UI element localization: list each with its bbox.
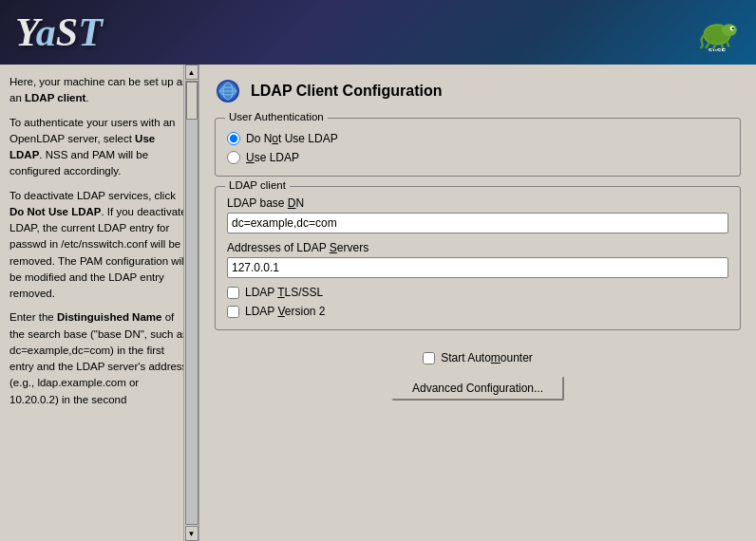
sidebar: Here, your machine can be set up as an L… bbox=[0, 65, 199, 541]
radio-use-ldap-label: Use LDAP bbox=[246, 151, 299, 164]
radio-no-ldap-input[interactable] bbox=[227, 132, 240, 145]
svg-point-2 bbox=[722, 24, 737, 36]
base-dn-row: LDAP base DN bbox=[227, 196, 728, 233]
scroll-track bbox=[185, 81, 198, 525]
right-panel: LDAP Client Configuration User Authentic… bbox=[199, 65, 756, 541]
automounter-row: Start Automounter bbox=[215, 345, 741, 364]
base-dn-label: LDAP base DN bbox=[227, 196, 728, 210]
ldap-icon bbox=[215, 78, 241, 104]
servers-row: Addresses of LDAP Servers bbox=[227, 241, 728, 278]
yast-logo: YaST bbox=[15, 9, 103, 55]
v2-checkbox-item[interactable]: LDAP Version 2 bbox=[227, 305, 728, 318]
sidebar-text: Here, your machine can be set up as an L… bbox=[9, 74, 189, 408]
sidebar-scrollbar[interactable]: ▲ ▼ bbox=[183, 65, 198, 541]
svg-text:SuSE: SuSE bbox=[709, 47, 727, 51]
advanced-btn-row: Advanced Configuration... bbox=[215, 376, 741, 401]
scroll-down-btn[interactable]: ▼ bbox=[185, 526, 198, 541]
radio-use-ldap[interactable]: Use LDAP bbox=[227, 151, 728, 164]
header: YaST SuSE bbox=[0, 0, 756, 65]
automounter-label: Start Automounter bbox=[441, 351, 533, 364]
svg-point-4 bbox=[732, 28, 734, 29]
user-auth-label: User Authentication bbox=[225, 111, 328, 122]
user-auth-group: User Authentication Do Not Use LDAP Use … bbox=[215, 118, 741, 177]
v2-checkbox[interactable] bbox=[227, 306, 239, 318]
radio-use-ldap-input[interactable] bbox=[227, 151, 240, 164]
scroll-up-btn[interactable]: ▲ bbox=[185, 65, 198, 80]
suse-logo: SuSE bbox=[693, 13, 741, 51]
tls-label: LDAP TLS/SSL bbox=[245, 286, 323, 299]
scroll-thumb[interactable] bbox=[186, 82, 198, 120]
servers-input[interactable] bbox=[227, 257, 728, 278]
ldap-client-group: LDAP client LDAP base DN Addresses of LD… bbox=[215, 186, 741, 330]
svg-line-8 bbox=[727, 41, 729, 47]
radio-group: Do Not Use LDAP Use LDAP bbox=[227, 132, 728, 164]
tls-checkbox[interactable] bbox=[227, 287, 239, 299]
advanced-config-button[interactable]: Advanced Configuration... bbox=[391, 376, 564, 401]
tls-checkbox-item[interactable]: LDAP TLS/SSL bbox=[227, 286, 728, 299]
panel-title: LDAP Client Configuration bbox=[215, 78, 741, 104]
servers-label: Addresses of LDAP Servers bbox=[227, 241, 728, 254]
radio-no-ldap[interactable]: Do Not Use LDAP bbox=[227, 132, 728, 145]
automounter-item[interactable]: Start Automounter bbox=[423, 351, 533, 364]
main-content: Here, your machine can be set up as an L… bbox=[0, 65, 756, 541]
panel-title-text: LDAP Client Configuration bbox=[251, 83, 442, 100]
ldap-client-label: LDAP client bbox=[225, 179, 290, 191]
v2-label: LDAP Version 2 bbox=[245, 305, 326, 318]
automounter-checkbox[interactable] bbox=[423, 352, 435, 364]
radio-no-ldap-label: Do Not Use LDAP bbox=[246, 132, 338, 145]
base-dn-input[interactable] bbox=[227, 213, 728, 233]
